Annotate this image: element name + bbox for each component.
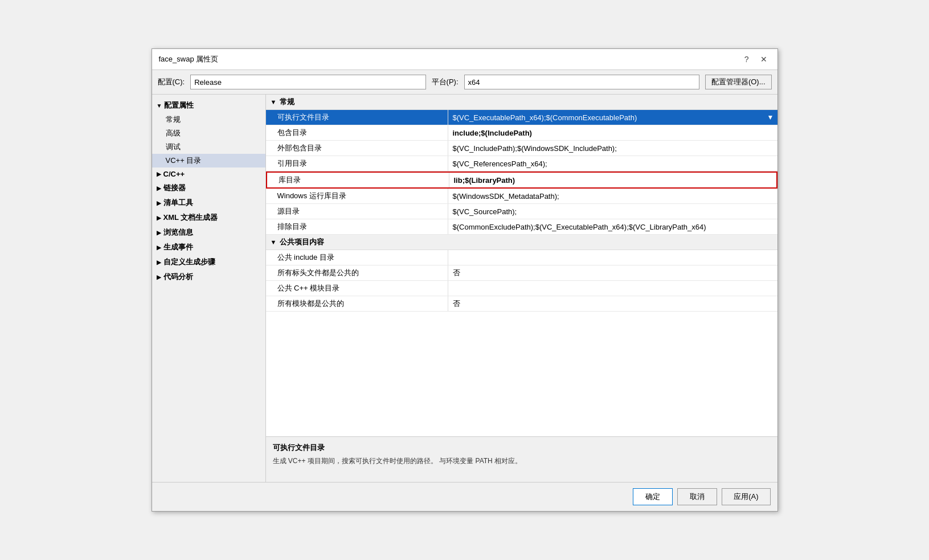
prop-row-all-modules-public[interactable]: 所有模块都是公共的 否	[266, 296, 777, 312]
prop-value-external-include-dir: $(VC_IncludePath);$(WindowsSDK_IncludePa…	[448, 142, 777, 155]
prop-name-public-include-dir: 公共 include 目录	[266, 250, 448, 265]
prop-name-external-include-dir: 外部包含目录	[266, 141, 448, 156]
prop-name-source-dir: 源目录	[266, 204, 448, 219]
section-general-header[interactable]: ▼ 常规	[266, 95, 777, 110]
prop-name-all-headers-public: 所有标头文件都是公共的	[266, 265, 448, 280]
ok-button[interactable]: 确定	[633, 488, 673, 505]
sidebar-build-events-label: 生成事件	[163, 242, 193, 252]
section-general-label: 常规	[280, 97, 294, 107]
prop-row-public-module-dir[interactable]: 公共 C++ 模块目录	[266, 281, 777, 296]
prop-row-include-dir[interactable]: 包含目录 include;$(IncludePath)	[266, 125, 777, 141]
footer: 确定 取消 应用(A)	[152, 482, 777, 511]
browse-triangle-icon: ▶	[157, 230, 161, 236]
xml-triangle-icon: ▶	[157, 215, 161, 221]
dropdown-executable-dir-button[interactable]: ▼	[764, 113, 777, 121]
sidebar-root[interactable]: ▼ 配置属性	[152, 98, 265, 113]
sidebar-root-label: 配置属性	[164, 100, 194, 111]
sidebar-code-analysis-label: 代码分析	[163, 272, 193, 282]
toolbar: 配置(C): Release 平台(P): x64 配置管理器(O)...	[152, 70, 777, 95]
sidebar-item-general[interactable]: 常规	[152, 113, 265, 126]
sidebar-cpp-label: C/C++	[163, 170, 185, 178]
cpp-triangle-icon: ▶	[157, 171, 161, 177]
close-button[interactable]: ✕	[757, 54, 771, 65]
config-label: 配置(C):	[158, 77, 185, 87]
sidebar-item-custom-build[interactable]: ▶ 自定义生成步骤	[152, 255, 265, 269]
prop-name-executable-dir: 可执行文件目录	[266, 110, 448, 125]
custom-build-triangle-icon: ▶	[157, 259, 161, 265]
prop-value-executable-dir: $(VC_ExecutablePath_x64);$(CommonExecuta…	[448, 111, 764, 124]
manifest-triangle-icon: ▶	[157, 200, 161, 206]
prop-row-all-headers-public[interactable]: 所有标头文件都是公共的 否	[266, 265, 777, 281]
linker-triangle-icon: ▶	[157, 185, 161, 191]
prop-name-winrt-dir: Windows 运行库目录	[266, 189, 448, 203]
prop-row-executable-dir[interactable]: 可执行文件目录 $(VC_ExecutablePath_x64);$(Commo…	[266, 110, 777, 125]
right-panel: ▼ 常规 可执行文件目录 $(VC_ExecutablePath_x64);$(…	[266, 95, 777, 482]
section-public-header[interactable]: ▼ 公共项目内容	[266, 235, 777, 250]
prop-value-include-dir: include;$(IncludePath)	[448, 126, 777, 140]
prop-value-public-module-dir	[448, 286, 777, 291]
prop-value-lib-dir: lib;$(LibraryPath)	[449, 174, 776, 187]
section-public-label: 公共项目内容	[280, 237, 324, 247]
sidebar-xml-label: XML 文档生成器	[163, 212, 218, 223]
section-general-toggle-icon: ▼	[271, 99, 277, 105]
prop-name-public-module-dir: 公共 C++ 模块目录	[266, 281, 448, 296]
prop-name-lib-dir: 库目录	[267, 173, 449, 187]
prop-value-all-modules-public: 否	[448, 296, 777, 311]
prop-name-include-dir: 包含目录	[266, 125, 448, 140]
properties-dialog: face_swap 属性页 ? ✕ 配置(C): Release 平台(P): …	[152, 48, 778, 512]
platform-select[interactable]: x64	[464, 75, 699, 89]
prop-row-exclude-dir[interactable]: 排除目录 $(CommonExcludePath);$(VC_Executabl…	[266, 219, 777, 235]
sidebar-item-manifest[interactable]: ▶ 清单工具	[152, 195, 265, 210]
info-panel-text: 生成 VC++ 项目期间，搜索可执行文件时使用的路径。 与环境变量 PATH 相…	[273, 456, 771, 466]
apply-button[interactable]: 应用(A)	[722, 488, 770, 505]
sidebar-item-xml[interactable]: ▶ XML 文档生成器	[152, 210, 265, 225]
sidebar-browse-label: 浏览信息	[163, 227, 193, 238]
title-bar-controls: ? ✕	[741, 54, 771, 65]
root-triangle-icon: ▼	[157, 103, 162, 109]
prop-row-external-include-dir[interactable]: 外部包含目录 $(VC_IncludePath);$(WindowsSDK_In…	[266, 141, 777, 156]
section-public-toggle-icon: ▼	[271, 239, 277, 246]
prop-value-winrt-dir: $(WindowsSDK_MetadataPath);	[448, 190, 777, 203]
sidebar-item-linker[interactable]: ▶ 链接器	[152, 181, 265, 195]
build-events-triangle-icon: ▶	[157, 244, 161, 251]
info-panel: 可执行文件目录 生成 VC++ 项目期间，搜索可执行文件时使用的路径。 与环境变…	[266, 436, 777, 482]
prop-row-reference-dir[interactable]: 引用目录 $(VC_ReferencesPath_x64);	[266, 156, 777, 171]
sidebar-item-build-events[interactable]: ▶ 生成事件	[152, 240, 265, 255]
prop-value-all-headers-public: 否	[448, 265, 777, 280]
platform-label: 平台(P):	[432, 77, 459, 87]
property-table: ▼ 常规 可执行文件目录 $(VC_ExecutablePath_x64);$(…	[266, 95, 777, 436]
prop-row-lib-dir[interactable]: 库目录 lib;$(LibraryPath)	[266, 171, 777, 189]
title-bar: face_swap 属性页 ? ✕	[152, 49, 777, 70]
sidebar-item-debug[interactable]: 调试	[152, 140, 265, 154]
prop-row-winrt-dir[interactable]: Windows 运行库目录 $(WindowsSDK_MetadataPath)…	[266, 189, 777, 204]
prop-row-source-dir[interactable]: 源目录 $(VC_SourcePath);	[266, 204, 777, 219]
prop-name-reference-dir: 引用目录	[266, 156, 448, 171]
info-panel-title: 可执行文件目录	[273, 443, 771, 453]
config-select[interactable]: Release	[190, 75, 425, 89]
config-manager-button[interactable]: 配置管理器(O)...	[705, 75, 772, 89]
prop-value-source-dir: $(VC_SourcePath);	[448, 205, 777, 218]
dialog-title: face_swap 属性页	[159, 54, 219, 64]
prop-value-reference-dir: $(VC_ReferencesPath_x64);	[448, 157, 777, 170]
sidebar-manifest-label: 清单工具	[163, 198, 193, 208]
sidebar-item-advanced[interactable]: 高级	[152, 126, 265, 140]
prop-value-public-include-dir	[448, 255, 777, 260]
prop-value-exclude-dir: $(CommonExcludePath);$(VC_ExecutablePath…	[448, 220, 777, 234]
sidebar-custom-build-label: 自定义生成步骤	[163, 257, 215, 267]
prop-name-all-modules-public: 所有模块都是公共的	[266, 296, 448, 311]
sidebar-item-vcpp[interactable]: VC++ 目录	[152, 154, 265, 167]
prop-name-exclude-dir: 排除目录	[266, 219, 448, 234]
sidebar-item-browse[interactable]: ▶ 浏览信息	[152, 225, 265, 240]
sidebar: ▼ 配置属性 常规 高级 调试 VC++ 目录 ▶ C/C++ ▶ 链接器 ▶ …	[152, 95, 266, 482]
prop-row-public-include-dir[interactable]: 公共 include 目录	[266, 250, 777, 265]
sidebar-linker-label: 链接器	[163, 183, 186, 193]
code-analysis-triangle-icon: ▶	[157, 274, 161, 280]
sidebar-item-cpp[interactable]: ▶ C/C++	[152, 167, 265, 181]
main-content: ▼ 配置属性 常规 高级 调试 VC++ 目录 ▶ C/C++ ▶ 链接器 ▶ …	[152, 95, 777, 482]
cancel-button[interactable]: 取消	[677, 488, 717, 505]
help-button[interactable]: ?	[741, 54, 752, 65]
sidebar-item-code-analysis[interactable]: ▶ 代码分析	[152, 269, 265, 284]
